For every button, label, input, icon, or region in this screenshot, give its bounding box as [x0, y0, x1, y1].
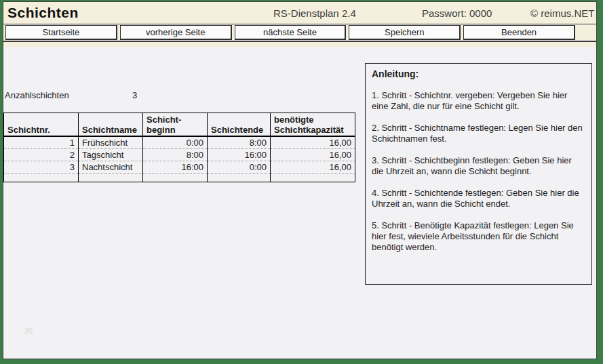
page-number-watermark: 20 — [24, 327, 33, 335]
column-header-schichtname: Schichtname — [79, 113, 143, 136]
cell-kapazitaet[interactable] — [271, 173, 355, 182]
table-row-empty — [4, 173, 355, 182]
cell-schichtende[interactable] — [208, 173, 271, 182]
column-header-schichtnr: Schichtnr. — [4, 113, 79, 136]
cell-schichtnr[interactable]: 3 — [4, 161, 79, 173]
next-page-button[interactable]: nächste Seite — [235, 25, 347, 40]
instructions-panel: Anleitung: 1. Schritt - Schichtnr. verge… — [365, 63, 592, 285]
app-window: Schichten RS-Dienstplan 2.4 Passwort: 00… — [3, 1, 597, 359]
cell-kapazitaet[interactable]: 16,00 — [271, 148, 355, 161]
toolbar: Startseite vorherige Seite nächste Seite… — [3, 24, 596, 42]
title-bar: Schichten RS-Dienstplan 2.4 Passwort: 00… — [3, 2, 596, 24]
cell-schichtnr[interactable] — [4, 173, 79, 182]
previous-page-button[interactable]: vorherige Seite — [120, 25, 232, 40]
home-button[interactable]: Startseite — [5, 25, 117, 40]
password-label: Passwort: 0000 — [422, 7, 492, 19]
table-row: 1 Frühschicht 0:00 8:00 16,00 — [4, 136, 355, 149]
table-row: 3 Nachtschicht 16:00 0:00 16,00 — [4, 161, 355, 173]
cell-schichtname[interactable]: Tagschicht — [79, 148, 143, 161]
instruction-step: 5. Schritt - Benötigte Kapazität festleg… — [372, 220, 585, 253]
cell-schichtnr[interactable]: 2 — [4, 148, 79, 161]
app-version-label: RS-Dienstplan 2.4 — [273, 7, 356, 19]
instruction-step: 4. Schritt - Schichtende festlegen: Gebe… — [372, 188, 585, 209]
table-row: 2 Tagschicht 8:00 16:00 16,00 — [4, 148, 355, 161]
page-title: Schichten — [7, 5, 79, 21]
shift-count-label: Anzahlschichten — [5, 90, 69, 100]
shift-count-value: 3 — [132, 90, 137, 100]
save-button[interactable]: Speichern — [349, 25, 461, 40]
cell-schichtname[interactable]: Nachtschicht — [79, 161, 143, 173]
shift-table: Schichtnr. Schichtname Schicht-beginn Sc… — [3, 113, 355, 182]
cell-schichtbeginn[interactable]: 8:00 — [143, 148, 208, 161]
column-header-schichtbeginn: Schicht-beginn — [143, 113, 208, 136]
header-spacer — [3, 42, 596, 47]
table-header-row: Schichtnr. Schichtname Schicht-beginn Sc… — [4, 113, 355, 136]
header: Schichten RS-Dienstplan 2.4 Passwort: 00… — [3, 2, 596, 47]
cell-schichtname[interactable]: Frühschicht — [79, 136, 143, 149]
instruction-step: 1. Schritt - Schichtnr. vergeben: Vergeb… — [372, 90, 585, 112]
main-content: Anzahlschichten 3 Schichtnr. Schichtname… — [3, 47, 596, 358]
cell-kapazitaet[interactable]: 16,00 — [271, 161, 355, 173]
cell-schichtende[interactable]: 16:00 — [208, 148, 271, 161]
instructions-title: Anleitung: — [372, 68, 585, 79]
column-header-kapazitaet: benötigteSchichtkapazität — [271, 113, 355, 136]
exit-button[interactable]: Beenden — [463, 25, 575, 40]
cell-schichtende[interactable]: 0:00 — [208, 161, 271, 173]
cell-schichtnr[interactable]: 1 — [4, 136, 79, 149]
cell-schichtbeginn[interactable] — [143, 173, 208, 182]
cell-schichtende[interactable]: 8:00 — [208, 136, 271, 149]
column-header-schichtende: Schichtende — [208, 113, 271, 136]
cell-schichtbeginn[interactable]: 0:00 — [143, 136, 208, 149]
cell-kapazitaet[interactable]: 16,00 — [271, 136, 355, 149]
instruction-step: 3. Schritt - Schichtbeginn festlegen: Ge… — [372, 155, 585, 177]
copyright-label: © reimus.NET — [530, 7, 594, 19]
instruction-step: 2. Schritt - Schichtname festlegen: Lege… — [372, 123, 585, 144]
cell-schichtname[interactable] — [79, 173, 143, 182]
cell-schichtbeginn[interactable]: 16:00 — [143, 161, 208, 173]
